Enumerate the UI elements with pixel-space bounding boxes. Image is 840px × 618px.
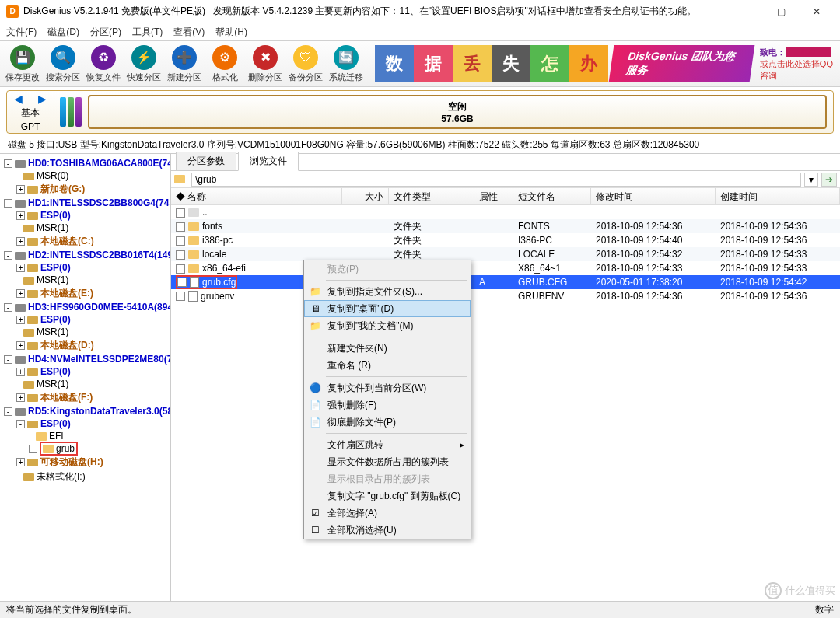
minimize-button[interactable]: ― <box>729 0 764 23</box>
context-item[interactable]: 📄彻底删除文件(P) <box>304 414 471 431</box>
context-item[interactable]: 新建文件夹(N) <box>304 340 471 357</box>
context-item[interactable]: 复制文字 "grub.cfg" 到剪贴板(C) <box>304 487 471 505</box>
status-right: 数字 <box>815 603 834 616</box>
tab-browse-files[interactable]: 浏览文件 <box>238 152 299 171</box>
tb-backup-partition[interactable]: 🛡备份分区 <box>286 42 325 86</box>
menu-file[interactable]: 文件(F) <box>6 26 37 39</box>
context-item[interactable]: 显示文件数据所占用的簇列表 <box>304 453 471 470</box>
context-item[interactable]: ☐全部取消选择(U) <box>304 522 471 539</box>
tb-search-partition[interactable]: 🔍搜索分区 <box>44 42 82 86</box>
banner-slogan: DiskGenius 团队为您服务 <box>609 45 755 82</box>
context-item[interactable]: 🖥复制到"桌面"(D) <box>304 300 471 317</box>
window-title: DiskGenius V5.2.1.941 免费版(单文件PE版) 发现新版本 … <box>23 5 729 18</box>
maximize-button[interactable]: ▢ <box>764 0 799 23</box>
context-item[interactable]: 🔵复制文件到当前分区(W) <box>304 379 471 396</box>
tab-partition-params[interactable]: 分区参数 <box>176 152 236 170</box>
right-panel: 分区参数 浏览文件 ▾ ➔ ◆ 名称 大小 文件类型 属性 短文件名 修改时间 … <box>171 154 840 601</box>
path-go-button[interactable]: ➔ <box>821 173 837 187</box>
context-item[interactable]: 重命名 (R) <box>304 357 471 374</box>
device-tree[interactable]: -HD0:TOSHIBAMG06ACA800E(7452GB) MSR(0) +… <box>0 154 171 601</box>
next-disk-icon[interactable]: ▶ <box>38 93 47 105</box>
file-row[interactable]: .. <box>171 205 840 219</box>
file-list[interactable]: ..fonts文件夹FONTS2018-10-09 12:54:362018-1… <box>171 205 840 601</box>
toolbar: 💾保存更改 🔍搜索分区 ♻恢复文件 ⚡快速分区 ➕新建分区 ⚙格式化 ✖删除分区… <box>0 40 840 87</box>
menu-view[interactable]: 查看(V) <box>173 26 205 39</box>
partition-leds[interactable] <box>60 95 82 129</box>
disk-scheme-label: GPT <box>21 121 40 132</box>
file-row[interactable]: x86_64-efi文件夹X86_64~12018-10-09 12:54:33… <box>171 261 840 275</box>
tree-grub-highlight[interactable]: grub <box>40 442 78 456</box>
file-row[interactable]: grub.cfg4.6KB.cfg 文件AGRUB.CFG2020-05-01 … <box>171 275 840 289</box>
menu-tools[interactable]: 工具(T) <box>132 26 163 39</box>
tb-delete-partition[interactable]: ✖删除分区 <box>246 42 285 86</box>
file-row[interactable]: i386-pc文件夹I386-PC2018-10-09 12:54:402018… <box>171 233 840 247</box>
titlebar: D DiskGenius V5.2.1.941 免费版(单文件PE版) 发现新版… <box>0 0 840 23</box>
tb-new-partition[interactable]: ➕新建分区 <box>165 42 204 86</box>
file-row[interactable]: fonts文件夹FONTS2018-10-09 12:54:362018-10-… <box>171 219 840 233</box>
app-icon: D <box>6 5 19 18</box>
menu-disk[interactable]: 磁盘(D) <box>47 26 79 39</box>
menu-help[interactable]: 帮助(H) <box>215 26 247 39</box>
context-item[interactable]: 📄强制删除(F) <box>304 396 471 414</box>
disk-layout-bar: ◀▶ 基本 GPT 空闲 57.6GB <box>6 90 834 134</box>
disk-type-label: 基本 <box>21 106 40 120</box>
tb-quick-partition[interactable]: ⚡快速分区 <box>124 42 163 86</box>
context-item: 显示根目录占用的簇列表 <box>304 470 471 487</box>
context-item[interactable]: 文件扇区跳转▸ <box>304 436 471 453</box>
tb-system-migrate[interactable]: 🔄系统迁移 <box>327 42 366 86</box>
menubar: 文件(F) 磁盘(D) 分区(P) 工具(T) 查看(V) 帮助(H) <box>0 23 840 40</box>
file-columns-header[interactable]: ◆ 名称 大小 文件类型 属性 短文件名 修改时间 创建时间 <box>171 188 840 205</box>
tabs: 分区参数 浏览文件 <box>171 154 840 171</box>
disk-info-line: 磁盘 5 接口:USB 型号:KingstonDataTraveler3.0 序… <box>0 137 840 153</box>
banner-contact[interactable]: 致电：000 或点击此处选择QQ咨询 <box>760 47 837 82</box>
context-item[interactable]: 📁复制到"我的文档"(M) <box>304 317 471 334</box>
tb-format[interactable]: ⚙格式化 <box>205 42 244 86</box>
status-bar: 将当前选择的文件复制到桌面。 数字 <box>0 601 840 618</box>
context-item: 预览(P) <box>304 260 471 278</box>
path-input[interactable] <box>191 173 801 187</box>
file-row[interactable]: grubenvGRUBENV2018-10-09 12:54:362018-10… <box>171 289 840 303</box>
banner: 数据丢失怎办 DiskGenius 团队为您服务 致电：000 或点击此处选择Q… <box>375 44 837 84</box>
menu-partition[interactable]: 分区(P) <box>90 26 121 39</box>
tb-recover[interactable]: ♻恢复文件 <box>84 42 123 86</box>
tb-save[interactable]: 💾保存更改 <box>3 42 42 86</box>
path-dropdown-icon[interactable]: ▾ <box>804 173 818 187</box>
status-text: 将当前选择的文件复制到桌面。 <box>6 603 137 616</box>
file-row[interactable]: locale文件夹LOCALE2018-10-09 12:54:322018-1… <box>171 247 840 261</box>
context-item[interactable]: ☑全部选择(A) <box>304 505 471 522</box>
folder-icon <box>174 175 185 183</box>
context-item[interactable]: 📁复制到指定文件夹(S)... <box>304 283 471 300</box>
close-button[interactable]: ✕ <box>799 0 834 23</box>
free-space-area[interactable]: 空闲 57.6GB <box>88 95 827 129</box>
context-menu[interactable]: 预览(P)📁复制到指定文件夹(S)...🖥复制到"桌面"(D)📁复制到"我的文档… <box>303 260 471 539</box>
prev-disk-icon[interactable]: ◀ <box>14 93 23 105</box>
path-bar: ▾ ➔ <box>171 171 840 188</box>
